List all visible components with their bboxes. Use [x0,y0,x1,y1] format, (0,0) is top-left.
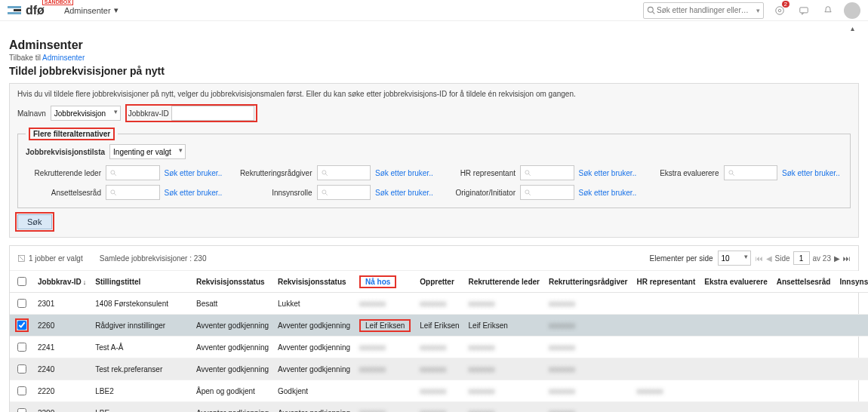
table-toolbar: 1 jobber er valgt Samlede jobbrekvisisjo… [10,246,858,271]
results-table: Jobbkrav-ID↓ Stillingstittel Rekvisisjon… [10,271,868,412]
per-page-select[interactable]: 10 [718,251,751,266]
col-stillingstittel[interactable]: Stillingstittel [91,271,192,293]
col-oppretter[interactable]: Oppretter [415,271,463,293]
pager-next-icon[interactable]: ▶ [834,254,840,263]
table-cell: Avventer godkjenning [273,337,355,358]
table-cell: 2241 [33,337,91,358]
people-search-link[interactable]: Søk etter bruker.. [579,169,639,177]
pager-current[interactable] [793,251,810,265]
jobbkrav-input[interactable] [171,106,254,121]
people-search-link[interactable]: Søk etter bruker.. [579,189,639,197]
per-page-label: Elementer per side [650,254,713,263]
svg-point-5 [111,171,115,174]
svg-point-11 [728,171,732,174]
table-row[interactable]: 2240Test rek.preferanserAvventer godkjen… [10,358,868,380]
malnavn-select[interactable]: Jobbrekvisisjon [51,106,121,121]
search-btn-wrap: Søk [17,214,851,229]
table-cell [632,293,700,315]
search-icon [647,6,655,14]
select-all-checkbox[interactable] [17,277,26,286]
row-checkbox[interactable] [17,364,26,374]
col-hr-rep[interactable]: HR representant [632,271,700,293]
chevron-down-icon[interactable]: ▾ [756,7,760,14]
table-cell: xxxxxxx [544,358,632,380]
people-search-input[interactable] [317,165,371,180]
pager-last-icon[interactable]: ⏭ [843,254,851,263]
table-cell: xxxxxxx [464,337,544,358]
table-cell [700,315,771,337]
table-cell [772,337,836,358]
chat-icon[interactable] [796,2,812,19]
collapse-caret-icon[interactable]: ▴ [844,21,860,32]
table-cell: xxxxxxx [355,402,415,413]
table-cell: xxxxxxx [544,315,632,337]
table-cell: LBE2 [91,380,192,402]
people-search-input[interactable] [520,185,574,200]
table-cell: Besatt [192,293,273,315]
row-checkbox[interactable] [17,343,26,352]
table-cell: xxxxxxx [544,402,632,413]
table-cell [835,293,868,315]
col-ansettelsesrad[interactable]: Ansettelsesråd [772,271,836,293]
col-naa-hos[interactable]: Nå hos [355,271,415,293]
svg-line-6 [114,174,116,176]
status-select[interactable]: Ingenting er valgt [109,144,186,159]
row-checkbox[interactable] [17,386,26,395]
table-cell: Rådgiver innstillinger [91,315,192,337]
table-cell [835,402,868,413]
col-rekr-leder[interactable]: Rekrutterende leder [464,271,544,293]
table-cell: xxxxxxx [415,380,463,402]
row-checkbox[interactable] [17,299,26,308]
people-search-input[interactable] [106,165,160,180]
pager-prev-icon[interactable]: ◀ [766,254,772,263]
table-cell [632,315,700,337]
people-search-link[interactable]: Søk etter bruker.. [375,169,436,177]
pager: ⏮ ◀ Side av 23 ▶ ⏭ [756,251,851,265]
col-rekr-radgiver[interactable]: Rekrutteringsrådgiver [544,271,632,293]
global-search-input[interactable] [655,5,756,15]
col-innsynsrolle[interactable]: Innsynsrolle [835,271,868,293]
table-cell: Avventer godkjenning [192,337,273,358]
col-jobbkrav-id[interactable]: Jobbkrav-ID↓ [33,271,91,293]
people-search-link[interactable]: Søk etter bruker.. [375,189,436,197]
nav-adminsenter[interactable]: Adminsenter ▾ [64,5,119,15]
table-row[interactable]: 23011408 FørstekonsulentBesattLukketxxxx… [10,293,868,315]
people-search-input[interactable] [106,185,160,200]
people-label: Innsynsrolle [229,189,312,197]
people-search-input[interactable] [317,185,371,200]
col-ekstra-ev[interactable]: Ekstra evaluerere [700,271,771,293]
table-cell: xxxxxxx [464,293,544,315]
col-rekv-status-1[interactable]: Rekvisisjonsstatus [192,271,273,293]
col-rekv-status-2[interactable]: Rekvisisjonsstatus [273,271,355,293]
total-count: Samlede jobbrekvisisjoner : 230 [100,254,207,263]
people-grid: Rekrutterende lederSøk etter bruker..Rek… [26,165,842,200]
pager-first-icon[interactable]: ⏮ [756,254,763,263]
people-search-link[interactable]: Søk etter bruker.. [165,169,225,177]
global-search[interactable]: ▾ [643,2,764,19]
row-checkbox[interactable] [17,321,26,330]
people-search-link[interactable]: Søk etter bruker.. [782,169,842,177]
filters-legend-text: Flere filteralternativer [29,128,115,140]
table-row[interactable]: 2260Rådgiver innstillingerAvventer godkj… [10,315,868,337]
table-cell [632,402,700,413]
row-checkbox[interactable] [17,408,26,412]
user-avatar[interactable] [844,2,860,19]
people-search-input[interactable] [724,165,778,180]
people-label: HR representant [440,169,516,177]
table-row[interactable]: 2200LBEAvventer godkjenningAvventer godk… [10,402,868,413]
search-button[interactable]: Søk [17,214,52,229]
bell-icon[interactable] [820,2,836,19]
support-icon[interactable]: 2 [771,2,788,19]
table-cell [772,402,836,413]
table-cell: xxxxxxx [544,337,632,358]
sort-desc-icon: ↓ [83,278,87,286]
crumb-link[interactable]: Adminsenter [42,54,85,62]
table-row[interactable]: 2220LBE2Åpen og godkjentGodkjentxxxxxxxx… [10,380,868,402]
deselect-icon[interactable]: 1 jobber er valgt [17,254,83,263]
table-row[interactable]: 2241Test A-ÅAvventer godkjenningAvventer… [10,337,868,358]
table-cell: xxxxxxx [632,380,700,402]
table-cell: xxxxxxx [415,358,463,380]
brand-logo: dfø SANDBOX [8,4,45,17]
people-search-link[interactable]: Søk etter bruker.. [165,189,225,197]
people-search-input[interactable] [520,165,574,180]
